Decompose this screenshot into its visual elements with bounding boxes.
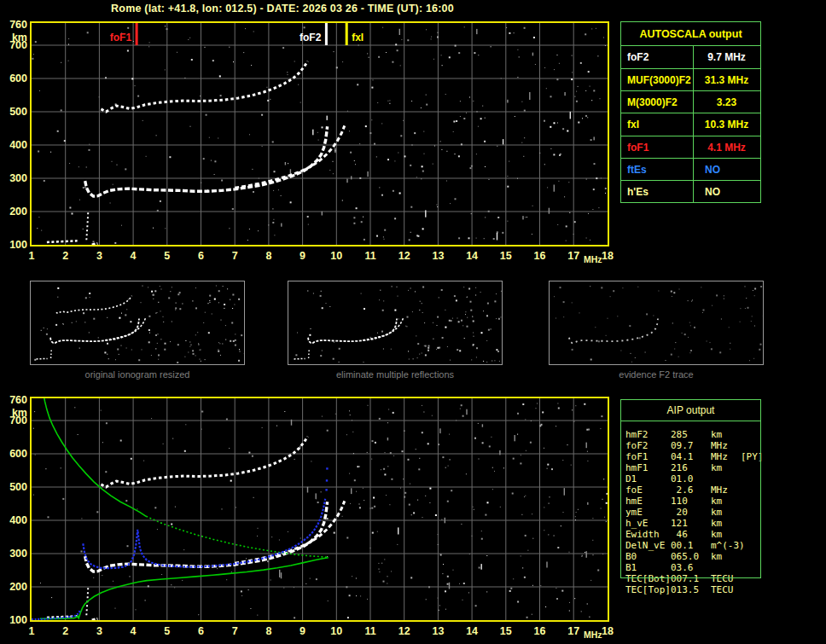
- y-tick-top-300: 300: [1, 173, 27, 184]
- x-tick-top-5: 5: [156, 251, 178, 262]
- aip-row-label: TEC[Top]: [625, 584, 671, 595]
- e-region-column: [86, 212, 88, 240]
- green-topside-dotted: [146, 516, 329, 557]
- x-tick-bottom-16: 16: [529, 626, 551, 637]
- aip-row-unit: TECU: [711, 584, 734, 595]
- y-tick-bottom-600: 600: [1, 449, 27, 460]
- autoscala-row-value: 3.23: [693, 91, 760, 113]
- x-tick-top-9: 9: [292, 251, 314, 262]
- x-tick-top-2: 2: [55, 251, 77, 262]
- aip-row-value: 013.5: [671, 584, 699, 595]
- x-tick-top-14: 14: [461, 251, 483, 262]
- x-tick-bottom-5: 5: [156, 626, 178, 637]
- x-tick-top-8: 8: [258, 251, 280, 262]
- autoscala-row-fxI: fxI10.3 MHz: [621, 113, 760, 135]
- autoscala-row-label: h'Es: [627, 181, 649, 203]
- y-unit-top: km: [1, 32, 27, 44]
- y-tick-bottom-400: 400: [1, 515, 27, 526]
- autoscala-row-hEs: h'EsNO: [621, 180, 760, 202]
- x-tick-bottom-2: 2: [55, 626, 77, 637]
- e-region-blob: [92, 243, 98, 245]
- x-tick-bottom-10: 10: [325, 626, 347, 637]
- blue-asymptote-dot: [326, 467, 328, 469]
- y-tick-top-100: 100: [1, 240, 27, 251]
- blue-restored-trace: [83, 499, 325, 569]
- e-region-blob: [92, 618, 98, 620]
- marker-label-foF2: foF2: [285, 32, 321, 44]
- autoscala-row-foF1: foF14.1 MHz: [621, 136, 760, 158]
- e-region-tail: [47, 241, 78, 242]
- autoscala-row-label: MUF(3000)F2: [627, 69, 691, 91]
- noise-layer: [34, 286, 244, 364]
- x-tick-bottom-14: 14: [461, 626, 483, 637]
- thumbnail-no-multiples-canvas: [288, 281, 502, 364]
- o-mode-trace: [50, 319, 139, 344]
- autoscala-output-table: AUTOSCALA output foF29.7 MHzMUF(3000)F23…: [620, 21, 761, 203]
- x-tick-bottom-11: 11: [359, 626, 381, 637]
- x-tick-bottom-15: 15: [495, 626, 517, 637]
- x-tick-top-12: 12: [393, 251, 416, 262]
- x-tick-top-7: 7: [224, 251, 246, 262]
- x-tick-bottom-4: 4: [122, 626, 144, 637]
- thumbnail-f2-canvas: [550, 281, 763, 364]
- y-tick-bottom-760: 760: [1, 395, 27, 406]
- gridlines: [32, 23, 608, 245]
- x-tick-top-11: 11: [359, 251, 381, 262]
- blue-asymptote-dot: [325, 489, 327, 490]
- autoscala-row-M3000F2: M(3000)F23.23: [621, 90, 760, 113]
- autoscala-table-header: AUTOSCALA output: [621, 22, 760, 46]
- aip-row-TECTop: TEC[Top]013.5TECU: [625, 584, 762, 595]
- blue-asymptote-dot: [326, 479, 328, 481]
- x-unit-top: MHz: [584, 254, 602, 264]
- top-ionogram-canvas: [32, 23, 608, 245]
- autoscala-row-value: 4.1 MHz: [693, 136, 760, 159]
- marker-label-foF1: foF1: [96, 32, 131, 44]
- x-tick-bottom-3: 3: [88, 626, 110, 637]
- marker-line-fxI: [346, 23, 348, 45]
- autoscala-row-MUF3000F2: MUF(3000)F231.3 MHz: [621, 68, 760, 90]
- o-mode-trace: [569, 319, 658, 344]
- caption-evidence-f2: evidence F2 trace: [549, 369, 764, 380]
- y-tick-top-200: 200: [1, 206, 27, 218]
- autoscala-row-ftEs: ftEsNO: [621, 158, 760, 180]
- autoscala-window: Rome (lat: +41.8, lon: 012.5) - DATE: 20…: [0, 0, 826, 644]
- y-tick-top-760: 760: [1, 20, 27, 31]
- x-tick-top-6: 6: [190, 251, 212, 262]
- y-tick-bottom-100: 100: [1, 615, 27, 626]
- y-tick-top-500: 500: [1, 107, 27, 118]
- caption-eliminate-multiples: eliminate multiple reflections: [288, 369, 503, 380]
- x-tick-top-13: 13: [427, 251, 449, 262]
- autoscala-row-value: NO: [693, 159, 760, 181]
- x-tick-bottom-1: 1: [20, 626, 43, 637]
- x-tick-top-16: 16: [529, 251, 551, 262]
- noise-layer: [554, 286, 763, 363]
- marker-line-foF2: [325, 23, 328, 45]
- y-tick-top-600: 600: [1, 73, 27, 84]
- aip-table-header: AIP output: [621, 400, 760, 421]
- noise-layer: [295, 286, 502, 363]
- autoscala-row-label: M(3000)F2: [627, 91, 678, 113]
- aip-output-table: AIP output: [620, 399, 761, 578]
- thumbnail-original-canvas: [31, 281, 244, 364]
- o-mode-trace: [85, 126, 328, 196]
- autoscala-row-label: ftEs: [627, 159, 647, 181]
- autoscala-row-value: 10.3 MHz: [693, 113, 760, 136]
- x-tick-bottom-9: 9: [292, 626, 314, 637]
- x-tick-bottom-12: 12: [393, 626, 416, 637]
- autoscala-row-foF2: foF29.7 MHz: [621, 46, 760, 68]
- marker-label-fxI: fxI: [352, 32, 364, 44]
- green-topside-solid: [44, 398, 146, 516]
- autoscala-row-value: 9.7 MHz: [693, 46, 760, 68]
- x-tick-bottom-6: 6: [190, 626, 212, 637]
- y-tick-top-400: 400: [1, 140, 27, 151]
- x-tick-top-17: 17: [562, 251, 585, 262]
- x-tick-top-3: 3: [88, 251, 110, 262]
- autoscala-row-value: NO: [693, 181, 760, 203]
- o-mode-trace: [308, 319, 397, 344]
- x-unit-bottom: MHz: [584, 629, 602, 640]
- x-tick-top-15: 15: [495, 251, 517, 262]
- x-tick-bottom-17: 17: [562, 626, 585, 637]
- e-region-column: [309, 348, 310, 358]
- marker-line-foF1: [136, 23, 138, 45]
- x-tick-top-4: 4: [122, 251, 144, 262]
